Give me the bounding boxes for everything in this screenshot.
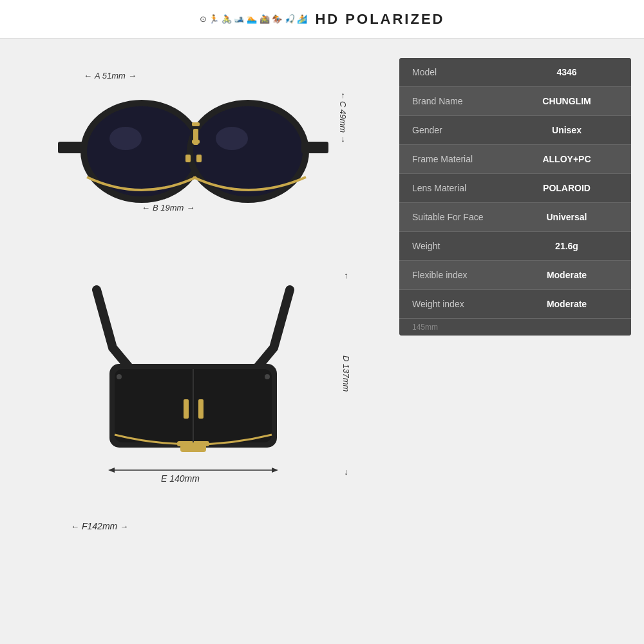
svg-rect-6 [192,140,200,144]
spec-row-1: Brand NameCHUNGLIM [399,87,631,116]
spec-value-1: CHUNGLIM [515,96,618,106]
top-bar-content: ⊙ 🏃 🚴 🎿 🏊 🚵 🏇 🎣 🏄 HD POLARIZED [200,11,445,28]
spec-label-7: Flexible index [412,270,515,280]
spec-value-4: POLAROID [515,183,618,193]
spec-row-2: GenderUnisex [399,116,631,145]
dim-d-text: D 137mm [341,355,351,392]
top-glasses-diagram: ← A 51mm → [45,71,354,258]
svg-rect-5 [192,122,200,126]
spec-label-6: Weight [412,241,515,251]
spec-value-6: 21.6g [515,241,618,251]
svg-rect-18 [184,399,189,419]
svg-rect-8 [301,142,328,153]
dim-d-label: ↑ D 137mm ↓ [341,270,351,477]
svg-rect-10 [196,155,202,162]
svg-point-11 [109,127,142,150]
dim-c-label: ↑ C 49mm ↓ [338,90,348,144]
svg-marker-24 [272,468,278,473]
svg-rect-9 [185,155,191,162]
spec-value-5: Universal [515,212,618,222]
dim-f-label: ← F142mm → [71,521,128,531]
dim-b-label: ← B 19mm → [142,203,194,213]
svg-rect-19 [198,399,204,419]
top-bar: ⊙ 🏃 🚴 🎿 🏊 🚵 🏇 🎣 🏄 HD POLARIZED [0,0,644,39]
main-content: ← A 51mm → [0,39,644,644]
spec-row-3: Frame MaterialALLOY+PC [399,145,631,174]
spec-value-2: Unisex [515,125,618,135]
spec-label-3: Frame Material [412,154,515,164]
spec-value-3: ALLOY+PC [515,154,618,164]
svg-text:E 140mm: E 140mm [161,473,200,484]
spec-row-7: Flexible indexModerate [399,261,631,290]
header-title: HD POLARIZED [315,11,444,28]
spec-label-4: Lens Material [412,183,515,193]
svg-marker-23 [108,468,115,473]
spec-value-0: 4346 [515,67,618,77]
bottom-glasses-diagram: E 140mm ↑ D 137mm ↓ ← F142mm → [45,258,354,535]
table-footnote: 145mm [399,319,631,336]
dim-f-text: F142mm [82,521,117,531]
diagram-section: ← A 51mm → [13,52,386,631]
dim-c-text: C 49mm [338,101,348,133]
spec-row-4: Lens MaterialPOLAROID [399,174,631,203]
svg-point-20 [117,374,122,379]
activity-icons: ⊙ 🏃 🚴 🎿 🏊 🚵 🏇 🎣 🏄 [200,14,308,24]
spec-row-8: Weight indexModerate [399,290,631,319]
spec-label-0: Model [412,67,515,77]
svg-rect-7 [58,142,87,153]
svg-point-12 [216,127,248,150]
glasses-top-svg [58,87,328,235]
svg-point-21 [265,374,270,379]
spec-label-1: Brand Name [412,96,515,106]
spec-value-8: Moderate [515,299,618,309]
spec-label-8: Weight index [412,299,515,309]
spec-value-7: Moderate [515,270,618,280]
dim-a-label: ← A 51mm → [84,71,137,80]
spec-row-5: Suitable For FaceUniversal [399,203,631,232]
specs-table: Model4346Brand NameCHUNGLIMGenderUnisexF… [399,58,631,336]
dim-b-text: B 19mm [153,203,184,213]
dim-a-text: A 51mm [95,71,126,80]
spec-row-6: Weight21.6g [399,232,631,261]
spec-label-2: Gender [412,125,515,135]
spec-label-5: Suitable For Face [412,212,515,222]
glasses-bottom-svg: E 140mm [58,270,328,496]
spec-row-0: Model4346 [399,58,631,87]
